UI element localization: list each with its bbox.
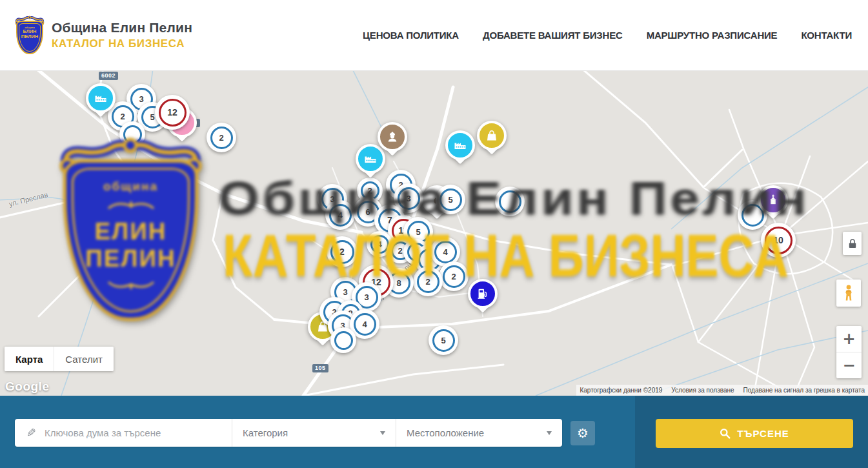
keyword-field-wrapper: ✎: [15, 419, 232, 447]
map-type-control: Карта Сателит: [5, 347, 114, 371]
map-cluster-marker[interactable]: 4: [325, 200, 355, 230]
zoom-control: + −: [836, 326, 862, 378]
page: община ЕЛИН ПЕЛИН Община Елин Пелин КАТА…: [0, 0, 868, 468]
cluster-count: 3: [398, 187, 420, 210]
map-cluster-marker[interactable]: [495, 187, 525, 216]
category-dropdown[interactable]: Категория: [232, 419, 396, 447]
map-cluster-marker[interactable]: 2: [327, 236, 358, 267]
main-nav: ЦЕНОВА ПОЛИТИКА ДОБАВЕТЕ ВАШИЯТ БИЗНЕС М…: [363, 30, 852, 41]
zoom-in-button[interactable]: +: [836, 326, 862, 352]
google-logo[interactable]: Google: [5, 380, 49, 394]
search-button-label: ТЪРСЕНЕ: [737, 428, 789, 439]
advanced-search-gear-button[interactable]: ⚙: [570, 421, 595, 445]
map-attribution: Картографски данни ©2019 Условия за полз…: [576, 385, 868, 396]
terms-of-use-link[interactable]: Условия за ползване: [671, 387, 734, 394]
search-submit-button[interactable]: ТЪРСЕНЕ: [656, 419, 853, 448]
search-box: ✎ Категория Местоположение: [15, 419, 562, 447]
zoom-out-button[interactable]: −: [836, 352, 862, 378]
cluster-count: 2: [417, 270, 439, 293]
map-cluster-marker[interactable]: [330, 327, 356, 353]
header: община ЕЛИН ПЕЛИН Община Елин Пелин КАТА…: [0, 0, 868, 71]
map-pin-church[interactable]: [758, 185, 788, 224]
factory-icon: [86, 83, 116, 113]
nav-contacts[interactable]: КОНТАКТИ: [801, 30, 852, 41]
site-subtitle: КАТАЛОГ НА БИЗНЕСА: [52, 37, 192, 50]
map-cluster-marker[interactable]: 10: [761, 223, 796, 258]
chevron-down-icon: [380, 431, 385, 435]
map-markers-layer: 3251222233546713524278422812333834510: [0, 71, 868, 396]
cluster-count: [123, 125, 142, 144]
cluster-count: 4: [434, 241, 457, 263]
map-pin-bag[interactable]: [477, 121, 507, 159]
map-cluster-marker[interactable]: 2: [439, 261, 469, 291]
report-map-error-link[interactable]: Подаване на сигнал за грешка в картата: [743, 387, 865, 394]
location-dropdown-label: Местоположение: [407, 427, 484, 438]
cluster-count: 2: [210, 127, 233, 149]
emblem-text-name2: ПЕЛИН: [21, 34, 38, 40]
bag-icon: [477, 121, 507, 150]
map-pin-fuel[interactable]: [468, 279, 498, 318]
lock-icon: [848, 238, 857, 249]
cluster-count: 5: [439, 188, 462, 211]
keyword-search-input[interactable]: [45, 427, 224, 438]
municipality-emblem: община ЕЛИН ПЕЛИН: [14, 15, 45, 56]
category-dropdown-label: Категория: [243, 427, 288, 438]
map-cluster-marker[interactable]: 2: [207, 123, 236, 152]
search-bar: ✎ Категория Местоположение ⚙ ТЪРСЕНЕ: [0, 396, 868, 468]
cluster-count: 2: [330, 240, 354, 264]
site-logo[interactable]: община ЕЛИН ПЕЛИН Община Елин Пелин КАТА…: [14, 15, 192, 56]
cluster-count: 2: [443, 265, 465, 288]
pegman-icon: [841, 284, 856, 302]
worker-icon: [378, 122, 407, 152]
location-dropdown[interactable]: Местоположение: [396, 419, 562, 447]
cluster-count: 5: [432, 329, 455, 352]
map-cluster-marker[interactable]: 5: [436, 185, 465, 214]
map-cluster-marker[interactable]: 2: [413, 267, 443, 296]
map-view-button[interactable]: Карта: [5, 347, 54, 371]
fuel-icon: [468, 279, 498, 309]
cluster-count: 4: [354, 313, 376, 336]
map-cluster-marker[interactable]: [119, 121, 145, 147]
cluster-count: [334, 331, 353, 350]
chevron-down-icon: [547, 431, 552, 435]
pegman-button[interactable]: [836, 280, 861, 307]
factory-icon: [445, 130, 475, 160]
search-icon: [720, 428, 731, 439]
church-icon: [758, 185, 788, 215]
cluster-count: 4: [370, 235, 389, 254]
nav-route-schedule[interactable]: МАРШРУТНО РАЗПИСАНИЕ: [647, 30, 778, 41]
cluster-count: 4: [329, 204, 352, 227]
map-cluster-marker[interactable]: 12: [155, 95, 190, 130]
map-cluster-marker[interactable]: 5: [429, 325, 458, 355]
gear-icon: ⚙: [577, 425, 589, 441]
cluster-count: [499, 190, 521, 213]
map-pin-factory[interactable]: [86, 83, 116, 122]
lock-button[interactable]: [843, 232, 862, 255]
google-map[interactable]: 60023105ул. Преславбул. „Новоселци“ 3251…: [0, 71, 868, 396]
pencil-icon: ✎: [26, 426, 36, 440]
cluster-count: 12: [159, 99, 187, 127]
cluster-count: 10: [765, 227, 792, 254]
nav-add-your-business[interactable]: ДОБАВЕТЕ ВАШИЯТ БИЗНЕС: [483, 30, 623, 41]
map-data-copyright: Картографски данни ©2019: [580, 387, 662, 394]
site-title: Община Елин Пелин: [52, 20, 192, 36]
nav-pricing-policy[interactable]: ЦЕНОВА ПОЛИТИКА: [363, 30, 459, 41]
map-pin-factory[interactable]: [445, 130, 475, 169]
map-pin-worker[interactable]: [378, 122, 407, 161]
satellite-view-button[interactable]: Сателит: [54, 347, 114, 371]
